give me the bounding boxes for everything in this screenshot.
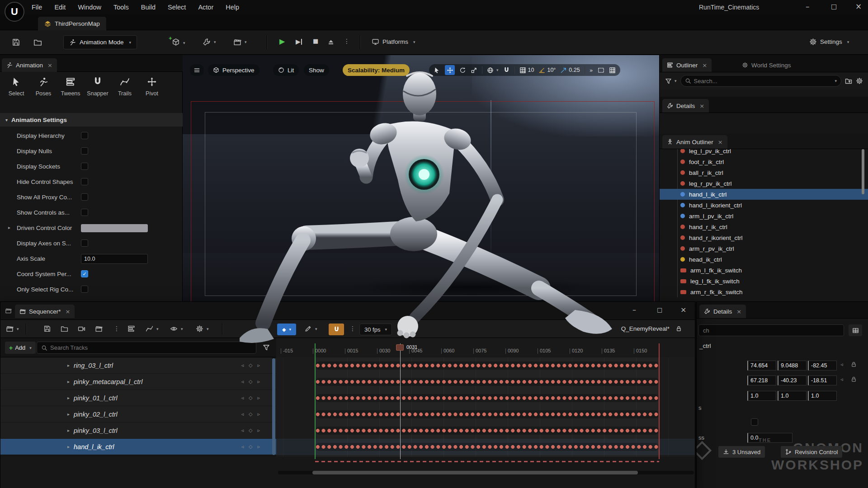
- checkbox-show-all-proxy[interactable]: [81, 193, 88, 201]
- scale-x[interactable]: 1.0: [747, 391, 776, 401]
- sequencer-maximize-button[interactable]: □: [657, 306, 662, 313]
- outliner-search-input[interactable]: [694, 78, 830, 84]
- tab-animation[interactable]: Animation ×: [2, 58, 57, 72]
- rig-control-item[interactable]: arm_r_pv_ik_ctrl: [660, 243, 868, 254]
- unreal-logo-icon[interactable]: U: [5, 2, 24, 22]
- add-track-button[interactable]: + Add ▾: [5, 342, 36, 354]
- skip-button[interactable]: ▶: [296, 38, 302, 45]
- menu-tools[interactable]: Tools: [113, 4, 129, 11]
- sequencer-settings-button[interactable]: ▾: [196, 325, 209, 333]
- tab-world-settings[interactable]: World Settings: [737, 58, 796, 72]
- tool-snapper[interactable]: Snapper: [85, 77, 110, 97]
- surface-snap-icon[interactable]: [503, 67, 510, 74]
- snap-options-icon[interactable]: ⋮: [349, 325, 356, 332]
- create-camera-button[interactable]: [78, 325, 85, 333]
- viewport-layout-icon[interactable]: [609, 67, 616, 74]
- driven-control-color-swatch[interactable]: [81, 224, 148, 232]
- location-x[interactable]: 74.654: [747, 361, 776, 371]
- lock-icon[interactable]: [850, 361, 857, 368]
- close-button[interactable]: ×: [855, 2, 862, 11]
- details-checkbox[interactable]: [751, 418, 758, 426]
- platforms-dropdown[interactable]: Platforms ▾: [372, 38, 415, 46]
- save-button[interactable]: [12, 38, 20, 47]
- track-row[interactable]: ▸pinky_03_l_ctrl◃◇▹: [0, 422, 276, 439]
- playback-end-marker[interactable]: [659, 343, 660, 459]
- location-z[interactable]: -82.45: [808, 361, 837, 371]
- anim-outliner-scrollbar[interactable]: [862, 149, 864, 194]
- rig-control-item[interactable]: head_ik_ctrl: [660, 254, 868, 265]
- checkbox-display-nulls[interactable]: [81, 147, 88, 155]
- new-folder-icon[interactable]: [845, 77, 852, 84]
- select-tool-icon[interactable]: [434, 67, 440, 74]
- sequence-breadcrumb[interactable]: Q_EnemyReveal*: [621, 325, 670, 332]
- checkbox-hide-control-shapes[interactable]: [81, 178, 88, 185]
- revert-icon[interactable]: ◃: [840, 361, 843, 367]
- eject-button[interactable]: [327, 38, 335, 46]
- track-row[interactable]: ▸pinky_02_l_ctrl◃◇▹: [0, 406, 276, 422]
- playhead-handle[interactable]: [396, 344, 404, 351]
- track-search[interactable]: [37, 342, 256, 354]
- rig-control-item[interactable]: hand_l_ikorient_ctrl: [660, 200, 868, 211]
- rig-control-item[interactable]: foot_r_ik_ctrl: [660, 156, 868, 167]
- coord-space-dropdown[interactable]: ▾: [487, 67, 499, 74]
- track-filters-button[interactable]: [127, 325, 135, 333]
- editor-mode-dropdown[interactable]: Animation Mode ▾: [63, 35, 137, 49]
- cinematics-button[interactable]: ▾: [233, 38, 247, 46]
- tool-select[interactable]: Select: [4, 77, 29, 97]
- close-tab-icon[interactable]: ×: [66, 308, 71, 315]
- tab-details-bottom[interactable]: Details ×: [699, 305, 746, 318]
- tab-outliner[interactable]: Outliner ×: [662, 58, 712, 72]
- close-tab-icon[interactable]: ×: [47, 62, 52, 69]
- stop-button[interactable]: ■: [313, 38, 318, 44]
- outliner-settings-icon[interactable]: [856, 77, 863, 84]
- play-button[interactable]: ▶: [279, 37, 285, 46]
- details-search-input[interactable]: [703, 327, 840, 334]
- blueprints-button[interactable]: ▾: [203, 38, 216, 46]
- close-tab-icon[interactable]: ×: [702, 62, 707, 69]
- keyframe-row[interactable]: [315, 443, 659, 451]
- view-options-button[interactable]: ▾: [170, 325, 183, 333]
- minimize-button[interactable]: –: [806, 2, 810, 11]
- checkbox-display-axes[interactable]: [81, 239, 88, 247]
- sequencer-options-icon[interactable]: ⋮: [113, 325, 120, 332]
- track-search-input[interactable]: [50, 344, 252, 351]
- rig-control-item[interactable]: arm_l_pv_ik_ctrl: [660, 211, 868, 221]
- playhead-line[interactable]: [400, 343, 401, 459]
- screen-capture-icon[interactable]: [598, 67, 604, 74]
- keyframe-row[interactable]: [315, 378, 659, 386]
- viewport-menu-button[interactable]: [190, 64, 204, 76]
- keyframe-row[interactable]: [315, 361, 659, 370]
- checkbox-display-sockets[interactable]: [81, 163, 88, 170]
- close-tab-icon[interactable]: ×: [699, 103, 704, 109]
- rotation-x[interactable]: 67.218: [747, 375, 776, 385]
- rig-control-item[interactable]: ball_r_ik_ctrl: [660, 167, 868, 178]
- rig-control-item[interactable]: arm_l_fk_ik_switch: [660, 265, 868, 276]
- scale-tool-icon[interactable]: [471, 67, 477, 74]
- scalability-button[interactable]: Scalability: Medium: [343, 64, 410, 76]
- camera-speed-button[interactable]: 0.25: [560, 67, 580, 74]
- outliner-search[interactable]: ▾: [680, 75, 841, 87]
- tab-anim-outliner[interactable]: Anim Outliner ×: [662, 135, 727, 149]
- sequencer-minimize-button[interactable]: –: [632, 305, 636, 314]
- tab-details-top[interactable]: Details ×: [662, 99, 709, 113]
- maximize-button[interactable]: □: [831, 3, 837, 10]
- close-tab-icon[interactable]: ×: [718, 139, 723, 145]
- keyframe-row[interactable]: [315, 427, 659, 435]
- expand-toolbar-icon[interactable]: »: [590, 67, 593, 74]
- rotation-z[interactable]: -18.51: [808, 375, 837, 385]
- rig-control-item[interactable]: leg_r_pv_ik_ctrl: [660, 178, 868, 189]
- expander-icon[interactable]: ▸: [8, 225, 10, 230]
- menu-actor[interactable]: Actor: [198, 4, 213, 11]
- unsaved-button[interactable]: 3 Unsaved: [718, 446, 765, 458]
- viewport-3d[interactable]: Perspective Lit Show Scalability: Medium…: [183, 55, 659, 301]
- lit-dropdown[interactable]: Lit: [273, 64, 299, 76]
- move-tool-button[interactable]: [445, 65, 455, 75]
- rig-control-item[interactable]: hand_r_ikorient_ctrl: [660, 232, 868, 243]
- scale-y[interactable]: 1.0: [778, 391, 807, 401]
- rotate-tool-icon[interactable]: [459, 67, 466, 74]
- sequencer-asset-dropdown[interactable]: ▾: [6, 325, 19, 333]
- menu-window[interactable]: Window: [78, 4, 101, 11]
- snap-toggle-button[interactable]: [329, 324, 344, 335]
- tool-tweens[interactable]: Tweens: [58, 77, 83, 97]
- keyframe-mode-button[interactable]: ◆▾: [277, 324, 296, 335]
